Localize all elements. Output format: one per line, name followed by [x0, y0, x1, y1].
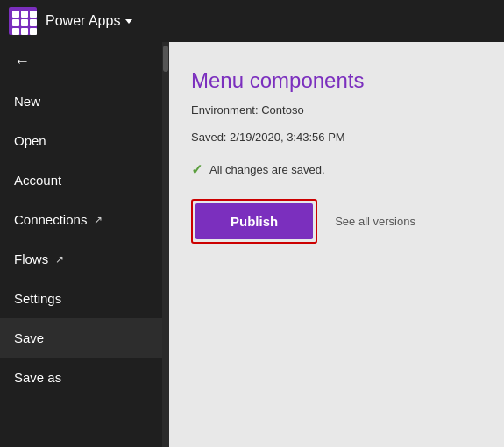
sidebar-item-label: Save — [14, 330, 44, 345]
external-link-icon: ↗ — [55, 253, 64, 266]
scrollbar[interactable] — [162, 42, 169, 447]
sidebar-item-new[interactable]: New — [0, 82, 162, 121]
sidebar-item-label: Settings — [14, 291, 61, 306]
see-all-versions-button[interactable]: See all versions — [335, 215, 415, 228]
saved-timestamp: Saved: 2/19/2020, 3:43:56 PM — [191, 131, 478, 144]
page-title: Menu components — [191, 68, 478, 93]
sidebar-item-account[interactable]: Account — [0, 160, 162, 200]
external-link-icon: ↗ — [94, 214, 103, 226]
publish-button[interactable]: Publish — [195, 203, 313, 239]
sidebar-item-label: New — [14, 94, 40, 109]
environment-label: Environment: Contoso — [191, 103, 478, 117]
sidebar-item-flows[interactable]: Flows ↗ — [0, 239, 162, 279]
publish-button-wrapper: Publish — [191, 199, 317, 244]
app-name[interactable]: Power Apps — [46, 13, 132, 29]
check-icon: ✓ — [191, 161, 202, 178]
sidebar: ← New Open Account Connections ↗ Flows ↗… — [0, 42, 162, 447]
back-arrow-icon: ← — [14, 53, 30, 71]
sidebar-item-label: Open — [14, 133, 46, 148]
sidebar-item-label: Save as — [14, 370, 61, 385]
topbar: Power Apps — [0, 0, 504, 42]
sidebar-item-connections[interactable]: Connections ↗ — [0, 200, 162, 239]
back-button[interactable]: ← — [0, 42, 162, 82]
sidebar-item-label: Connections — [14, 212, 87, 227]
sidebar-item-save[interactable]: Save — [0, 318, 162, 358]
sidebar-item-settings[interactable]: Settings — [0, 279, 162, 318]
actions-row: Publish See all versions — [191, 199, 478, 244]
sidebar-item-label: Flows — [14, 252, 48, 266]
sidebar-item-open[interactable]: Open — [0, 121, 162, 160]
main-layout: ← New Open Account Connections ↗ Flows ↗… — [0, 42, 504, 447]
chevron-down-icon — [125, 19, 132, 24]
sidebar-item-save-as[interactable]: Save as — [0, 358, 162, 397]
changes-status-row: ✓ All changes are saved. — [191, 161, 478, 178]
content-panel: Menu components Environment: Contoso Sav… — [169, 42, 504, 447]
scroll-thumb — [163, 46, 168, 72]
waffle-icon[interactable] — [9, 7, 37, 35]
sidebar-item-label: Account — [14, 173, 61, 188]
changes-status-text: All changes are saved. — [209, 163, 325, 176]
